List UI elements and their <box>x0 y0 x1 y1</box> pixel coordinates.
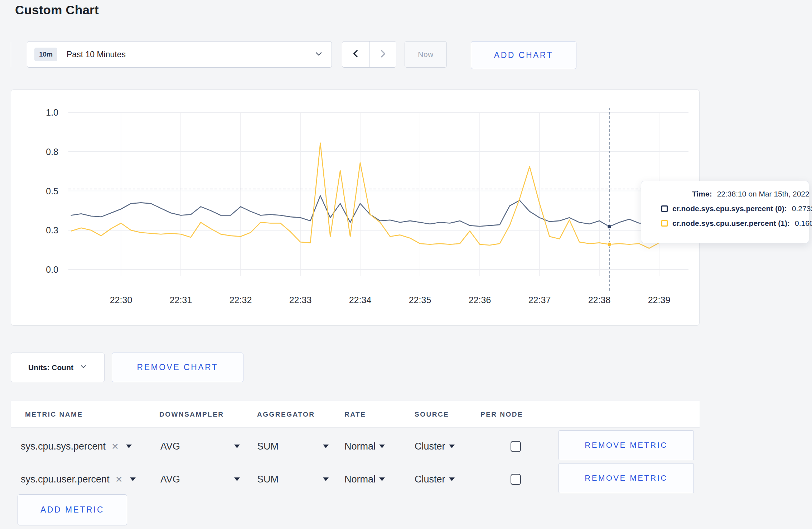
x-axis-tick-label: 22:39 <box>648 295 671 305</box>
x-axis-tick-label: 22:37 <box>528 295 551 305</box>
chart-hover-tooltip: Time: 22:38:10 on Mar 15th, 2022 cr.node… <box>641 181 809 243</box>
metric-name-value: sys.cpu.user.percent <box>21 474 110 485</box>
tooltip-series-sys-value: 0.2732 <box>792 204 812 213</box>
source-select[interactable]: Cluster <box>415 463 455 496</box>
next-time-button[interactable] <box>369 42 396 67</box>
tooltip-series-sys-name: cr.node.sys.cpu.sys.percent (0): <box>672 204 787 213</box>
source-select[interactable]: Cluster <box>415 430 455 463</box>
downsampler-value: AVG <box>160 441 180 452</box>
aggregator-value: SUM <box>257 474 279 485</box>
x-axis-tick-label: 22:38 <box>588 295 611 305</box>
caret-down-icon <box>323 445 329 448</box>
timeseries-chart[interactable]: 1.00.80.50.30.022:3022:3122:3222:3322:34… <box>11 90 700 326</box>
now-button[interactable]: Now <box>405 41 447 68</box>
metrics-table-header: METRIC NAME DOWNSAMPLER AGGREGATOR RATE … <box>11 401 700 428</box>
x-axis-tick-label: 22:36 <box>469 295 491 305</box>
source-value: Cluster <box>415 441 445 452</box>
tooltip-time-label: Time: <box>692 190 712 198</box>
column-header-source: SOURCE <box>415 401 449 428</box>
caret-down-icon <box>449 445 455 448</box>
x-axis-tick-label: 22:35 <box>409 295 431 305</box>
y-axis-tick-label: 0.8 <box>46 147 58 157</box>
add-metric-button[interactable]: ADD METRIC <box>18 494 127 525</box>
clear-metric-icon[interactable]: ✕ <box>111 441 119 452</box>
x-axis-tick-label: 22:31 <box>170 295 192 305</box>
chevron-down-icon <box>314 49 323 59</box>
time-window-badge: 10m <box>34 48 57 61</box>
series-user-swatch-icon <box>661 220 668 227</box>
per-node-cell <box>511 463 521 496</box>
x-axis-tick-label: 22:34 <box>349 295 372 305</box>
units-label: Units: Count <box>28 363 73 372</box>
rate-value: Normal <box>344 474 376 485</box>
y-axis-tick-label: 0.0 <box>46 264 58 275</box>
add-chart-button[interactable]: ADD CHART <box>471 41 576 69</box>
y-axis-tick-label: 0.3 <box>46 225 58 235</box>
downsampler-select[interactable]: AVG <box>160 430 240 463</box>
caret-down-icon <box>449 477 455 481</box>
tooltip-time-value: 22:38:10 on Mar 15th, 2022 <box>717 190 809 198</box>
per-node-checkbox[interactable] <box>511 441 521 452</box>
page-title: Custom Chart <box>15 3 99 17</box>
chart-card: 1.00.80.50.30.022:3022:3122:3222:3322:34… <box>11 89 700 326</box>
time-window-select[interactable]: 10m Past 10 Minutes <box>27 41 332 68</box>
series-sys-swatch-icon <box>661 205 668 212</box>
y-axis-tick-label: 1.0 <box>46 107 58 117</box>
column-header-rate: RATE <box>344 401 366 428</box>
caret-down-icon <box>126 445 132 448</box>
series-line-1 <box>71 143 689 248</box>
rate-value: Normal <box>344 441 376 452</box>
aggregator-select[interactable]: SUM <box>257 430 329 463</box>
tooltip-series-user-name: cr.node.sys.cpu.user.percent (1): <box>672 219 790 228</box>
x-axis-tick-label: 22:30 <box>110 295 132 305</box>
column-header-per-node: PER NODE <box>480 401 523 428</box>
y-axis-tick-label: 0.5 <box>46 186 58 196</box>
clear-metric-icon[interactable]: ✕ <box>115 474 123 485</box>
chevron-down-icon <box>80 363 87 372</box>
per-node-cell <box>511 430 521 463</box>
column-header-aggregator: AGGREGATOR <box>257 401 315 428</box>
caret-down-icon <box>130 477 136 481</box>
toolbar-divider <box>11 42 11 67</box>
column-header-downsampler: DOWNSAMPLER <box>159 401 224 428</box>
remove-metric-button[interactable]: REMOVE METRIC <box>559 463 694 493</box>
per-node-checkbox[interactable] <box>511 474 521 485</box>
x-axis-tick-label: 22:33 <box>289 295 312 305</box>
caret-down-icon <box>379 445 385 448</box>
rate-select[interactable]: Normal <box>344 463 385 496</box>
crosshair-point-0 <box>607 225 611 229</box>
rate-select[interactable]: Normal <box>344 430 385 463</box>
tooltip-series-user-value: 0.1601 <box>795 219 812 228</box>
caret-down-icon <box>323 477 329 481</box>
metric-name-select[interactable]: sys.cpu.user.percent ✕ <box>21 463 136 496</box>
downsampler-select[interactable]: AVG <box>160 463 240 496</box>
caret-down-icon <box>234 477 240 481</box>
remove-metric-button[interactable]: REMOVE METRIC <box>559 430 694 460</box>
x-axis-tick-label: 22:32 <box>229 295 252 305</box>
source-value: Cluster <box>415 474 445 485</box>
caret-down-icon <box>379 477 385 481</box>
column-header-metric-name: METRIC NAME <box>25 401 83 428</box>
crosshair-point-1 <box>607 242 611 246</box>
metric-name-value: sys.cpu.sys.percent <box>21 441 106 452</box>
aggregator-value: SUM <box>257 441 279 452</box>
remove-chart-button[interactable]: REMOVE CHART <box>112 353 243 382</box>
caret-down-icon <box>234 445 240 448</box>
metric-name-select[interactable]: sys.cpu.sys.percent ✕ <box>21 430 132 463</box>
time-window-label: Past 10 Minutes <box>67 50 126 59</box>
chevron-left-icon <box>351 49 361 60</box>
time-window-pager <box>342 41 396 68</box>
downsampler-value: AVG <box>160 474 180 485</box>
units-select[interactable]: Units: Count <box>11 353 105 382</box>
aggregator-select[interactable]: SUM <box>257 463 329 496</box>
chevron-right-icon <box>378 49 387 60</box>
prev-time-button[interactable] <box>342 42 369 67</box>
